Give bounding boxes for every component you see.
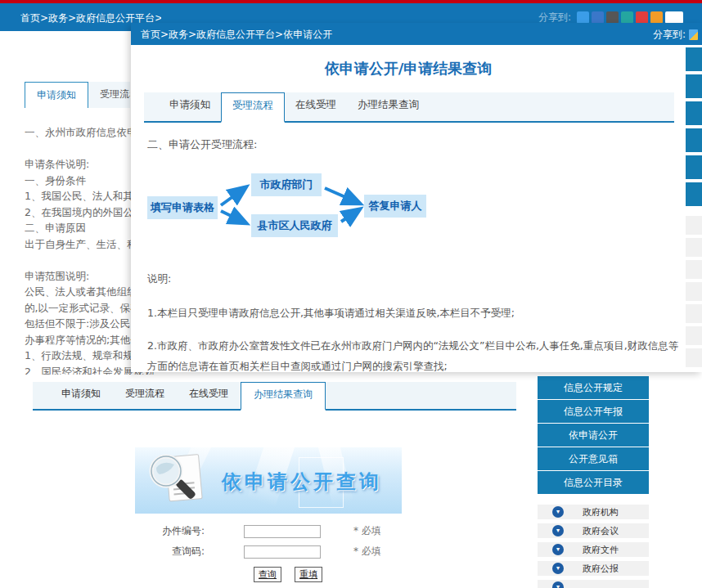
accordion-label: 政府公报 (564, 563, 649, 575)
covered-accordion-sliver[interactable] (686, 260, 702, 279)
required-hint: * 必填 (353, 545, 381, 559)
share-bar: 分享到: (653, 28, 698, 42)
flow-step-city-departments: 市政府部门 (251, 173, 322, 196)
chevron-down-icon: ▾ (552, 563, 564, 574)
sidebar-button-suggestion-box[interactable]: 公开意见箱 (538, 447, 649, 470)
info-disclosure-sidebar: 信息公开规定 信息公开年报 依申请公开 公开意见箱 信息公开目录 ▾ 政府机构 … (538, 376, 649, 588)
magnifier-document-icon (145, 451, 205, 514)
flow-step-reply-applicant: 答复申请人 (364, 195, 426, 218)
covered-sidebar-button-sliver[interactable] (686, 74, 702, 98)
accordion-label: 政府文件 (564, 544, 649, 556)
overlay-breadcrumb-bar: 首页>政务>政府信息公开平台>依申请公开 分享到: (131, 23, 702, 45)
tab-acceptance-process[interactable]: 受理流程 (221, 92, 285, 123)
reset-button[interactable]: 重填 (295, 567, 322, 582)
query-code-label: 查询码: (139, 545, 205, 559)
share-wechat-icon[interactable] (621, 11, 633, 24)
share-weibo-icon[interactable] (636, 11, 648, 24)
note-line-1: 1.本栏目只受理申请政府信息公开,其他事项请通过相关渠道反映,本栏目不予受理; (147, 307, 679, 321)
covered-sidebar-slivers (686, 47, 702, 209)
accordion-item-partial[interactable]: ▾ (538, 580, 649, 588)
tab-acceptance-process[interactable]: 受理流程 (113, 382, 177, 409)
tab-result-query[interactable]: 办理结果查询 (241, 382, 326, 411)
query-banner: 依申请公开查询 (135, 447, 402, 514)
accordion-item-gov-agencies[interactable]: ▾ 政府机构 (538, 505, 649, 519)
form-buttons: 查询 重填 (139, 565, 381, 582)
tab-online-acceptance[interactable]: 在线受理 (177, 382, 241, 409)
accordion-label: 政府机构 (564, 506, 649, 518)
notes-title: 说明: (147, 272, 171, 286)
banner-title: 依申请公开查询 (222, 469, 382, 495)
sidebar-accordion: ▾ 政府机构 ▾ 政府会议 ▾ 政府文件 ▾ 政府公报 ▾ (538, 505, 649, 588)
covered-sidebar-button-sliver[interactable] (686, 128, 702, 152)
query-code-input[interactable] (244, 545, 321, 559)
case-number-input[interactable] (244, 525, 321, 538)
tab-application-notice[interactable]: 申请须知 (49, 382, 113, 409)
share-douban-icon[interactable] (606, 11, 619, 24)
breadcrumb[interactable]: 首页>政务>政府信息公开平台>依申请公开 (141, 28, 332, 42)
tab-application-notice[interactable]: 申请须知 (159, 92, 221, 121)
section-heading: 二、申请公开受理流程: (147, 137, 257, 152)
top-red-divider (0, 0, 702, 3)
sidebar-button-disclosure-on-request[interactable]: 依申请公开 (538, 424, 649, 447)
result-query-form: 办件编号: * 必填 查询码: * 必填 查询 重填 (139, 524, 381, 582)
result-query-tab-bar: 申请须知 受理流程 在线受理 办理结果查询 (33, 382, 516, 411)
case-number-label: 办件编号: (139, 524, 205, 538)
query-code-row: 查询码: * 必填 (139, 545, 381, 559)
covered-accordion-slivers (686, 216, 702, 370)
share-label: 分享到: (653, 28, 686, 42)
covered-accordion-sliver[interactable] (686, 282, 702, 301)
covered-accordion-sliver[interactable] (686, 326, 702, 345)
covered-sidebar-button-sliver[interactable] (686, 182, 702, 206)
share-qzone-icon[interactable] (650, 11, 663, 24)
covered-accordion-sliver[interactable] (686, 216, 702, 235)
chevron-down-icon: ▾ (552, 581, 564, 588)
flow-step-county-governments: 县市区人民政府 (251, 214, 338, 237)
tab-acceptance-process[interactable]: 受理流程 (88, 82, 130, 108)
sidebar-button-disclosure-rules[interactable]: 信息公开规定 (538, 376, 649, 399)
flow-step-fill-form: 填写申请表格 (147, 196, 218, 219)
query-button[interactable]: 查询 (254, 567, 281, 582)
accordion-label: 政府会议 (564, 525, 649, 537)
covered-accordion-sliver[interactable] (686, 238, 702, 257)
accordion-item-gov-meetings[interactable]: ▾ 政府会议 (538, 523, 649, 538)
share-baidu-icon[interactable] (592, 11, 604, 24)
accordion-item-gov-gazette[interactable]: ▾ 政府公报 (538, 561, 649, 576)
accordion-item-gov-documents[interactable]: ▾ 政府文件 (538, 542, 649, 557)
required-hint: * 必填 (353, 524, 381, 538)
covered-accordion-sliver[interactable] (686, 304, 702, 323)
share-qq-icon[interactable] (577, 11, 589, 24)
chevron-down-icon: ▾ (552, 506, 564, 518)
sidebar-button-annual-report[interactable]: 信息公开年报 (538, 400, 649, 423)
share-more-button[interactable] (665, 11, 683, 24)
overlay-panel: 首页>政务>政府信息公开平台>依申请公开 分享到: 依申请公开/申请结果查询 申… (131, 23, 702, 372)
covered-sidebar-button-sliver[interactable] (686, 47, 702, 71)
background-tab-bar: 申请须知 受理流程 (25, 82, 130, 108)
page-title: 依申请公开/申请结果查询 (131, 59, 686, 79)
note-line-2: 2.市政府、市政府办公室普发性文件已在永州市政府门户网内的“法规公文”栏目中公布… (147, 335, 679, 376)
share-icon[interactable] (689, 29, 698, 40)
process-flow-diagram: 填写申请表格 市政府部门 县市区人民政府 答复申请人 (139, 166, 450, 244)
tab-application-notice[interactable]: 申请须知 (25, 82, 88, 108)
chevron-down-icon: ▾ (552, 525, 564, 536)
covered-accordion-sliver[interactable] (686, 348, 702, 367)
overlay-tab-bar: 申请须知 受理流程 在线受理 办理结果查询 (144, 92, 674, 123)
tab-result-query[interactable]: 办理结果查询 (347, 92, 430, 121)
sidebar-button-disclosure-catalog[interactable]: 信息公开目录 (538, 471, 649, 494)
case-number-row: 办件编号: * 必填 (139, 524, 381, 538)
covered-sidebar-button-sliver[interactable] (686, 101, 702, 125)
tab-online-acceptance[interactable]: 在线受理 (285, 92, 347, 121)
chevron-down-icon: ▾ (552, 544, 564, 555)
covered-sidebar-button-sliver[interactable] (686, 155, 702, 179)
page: 首页>政务>政府信息公开平台>依申请公开 分享到: 申请须知 受理流程 一、永州… (0, 0, 702, 588)
